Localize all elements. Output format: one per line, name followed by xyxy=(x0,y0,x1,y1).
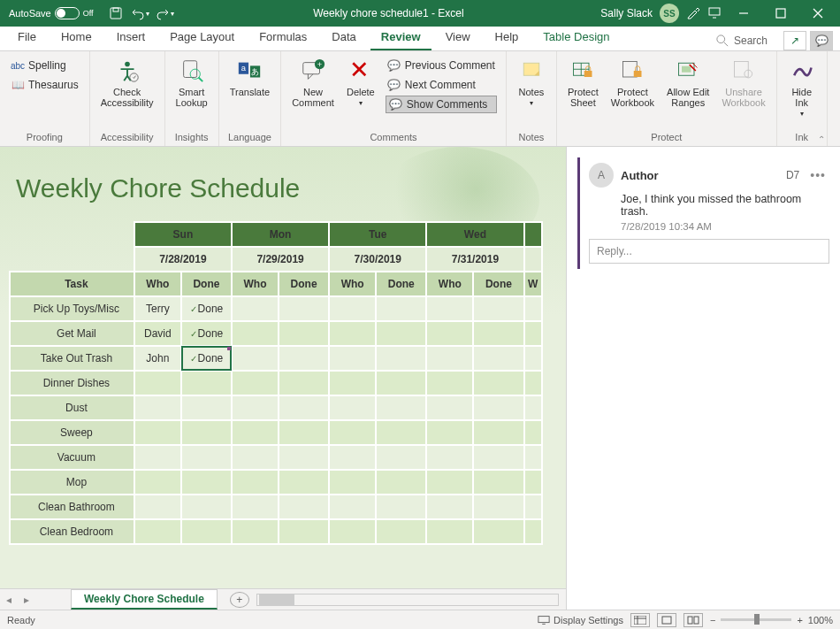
autosave-toggle[interactable]: AutoSave Off xyxy=(4,7,99,19)
who-cell[interactable] xyxy=(232,420,279,445)
page-break-view-button[interactable] xyxy=(683,613,703,627)
who-cell[interactable] xyxy=(232,346,279,371)
who-cell-partial[interactable] xyxy=(524,470,542,495)
who-cell[interactable] xyxy=(329,395,376,420)
who-cell[interactable] xyxy=(329,495,376,519)
task-name-cell[interactable]: Vacuum xyxy=(10,445,134,470)
spelling-button[interactable]: abcSpelling xyxy=(9,57,80,74)
smart-lookup-button[interactable]: Smart Lookup xyxy=(171,55,213,110)
who-cell[interactable] xyxy=(426,519,473,544)
who-cell-partial[interactable] xyxy=(524,296,542,321)
who-cell[interactable] xyxy=(232,445,279,470)
day-header[interactable]: Mon xyxy=(232,222,329,247)
tab-file[interactable]: File xyxy=(7,25,47,50)
done-cell[interactable] xyxy=(279,519,329,544)
done-header[interactable]: Done xyxy=(473,272,523,296)
who-cell[interactable] xyxy=(329,371,376,395)
who-cell[interactable] xyxy=(134,519,181,544)
done-cell[interactable] xyxy=(376,470,426,495)
tab-tabledesign[interactable]: Table Design xyxy=(532,25,620,50)
who-header[interactable]: Who xyxy=(232,272,279,296)
done-cell[interactable] xyxy=(473,395,523,420)
done-cell[interactable] xyxy=(279,420,329,445)
done-header[interactable]: Done xyxy=(181,272,232,296)
who-cell[interactable] xyxy=(232,519,279,544)
done-cell[interactable] xyxy=(473,519,523,544)
normal-view-button[interactable] xyxy=(630,613,650,627)
day-header[interactable]: Tue xyxy=(329,222,426,247)
done-cell[interactable] xyxy=(279,470,329,495)
who-cell[interactable] xyxy=(426,395,473,420)
notes-button[interactable]: Notes▾ xyxy=(512,55,551,109)
done-cell[interactable] xyxy=(279,321,329,346)
who-cell[interactable] xyxy=(232,296,279,321)
done-cell[interactable] xyxy=(181,445,232,470)
who-cell-partial[interactable] xyxy=(524,371,542,395)
hide-ink-button[interactable]: Hide Ink▾ xyxy=(783,55,821,119)
who-cell[interactable] xyxy=(134,395,181,420)
user-avatar[interactable]: SS xyxy=(660,4,679,23)
task-name-cell[interactable]: Get Mail xyxy=(10,321,134,346)
done-cell[interactable] xyxy=(376,371,426,395)
who-header-partial[interactable]: W xyxy=(524,272,542,296)
tab-insert[interactable]: Insert xyxy=(106,25,157,50)
task-name-cell[interactable]: Clean Bathroom xyxy=(10,495,134,519)
comment-thread[interactable]: A Author D7 ••• Joe, I think you missed … xyxy=(577,157,829,269)
share-button[interactable]: ↗ xyxy=(783,31,806,50)
who-cell-partial[interactable] xyxy=(524,395,542,420)
who-cell[interactable] xyxy=(329,296,376,321)
done-cell[interactable] xyxy=(473,445,523,470)
protect-sheet-button[interactable]: Protect Sheet xyxy=(562,55,604,110)
close-button[interactable] xyxy=(799,0,836,27)
done-cell[interactable] xyxy=(181,519,232,544)
done-header[interactable]: Done xyxy=(279,272,329,296)
save-button[interactable] xyxy=(104,3,127,24)
who-cell[interactable] xyxy=(426,470,473,495)
day-header[interactable]: Sun xyxy=(134,222,232,247)
worksheet[interactable]: Weekly Chore Schedule Sun Mon Tue Wed 7/… xyxy=(0,147,566,588)
who-cell[interactable] xyxy=(329,470,376,495)
done-cell[interactable] xyxy=(279,296,329,321)
minimize-button[interactable] xyxy=(725,0,762,27)
done-cell[interactable] xyxy=(473,346,523,371)
done-cell[interactable]: Done xyxy=(181,321,232,346)
done-cell[interactable] xyxy=(279,346,329,371)
tab-pagelayout[interactable]: Page Layout xyxy=(159,25,245,50)
next-comment-button[interactable]: 💬Next Comment xyxy=(386,76,497,94)
protect-workbook-button[interactable]: Protect Workbook xyxy=(606,55,660,110)
tab-review[interactable]: Review xyxy=(370,25,431,50)
task-name-cell[interactable]: Mop xyxy=(10,470,134,495)
comment-more-icon[interactable]: ••• xyxy=(806,168,829,182)
who-cell-partial[interactable] xyxy=(524,420,542,445)
done-cell[interactable] xyxy=(376,445,426,470)
who-cell-partial[interactable] xyxy=(524,321,542,346)
collapse-ribbon-icon[interactable]: ⌃ xyxy=(818,134,825,144)
display-settings-button[interactable]: Display Settings xyxy=(538,615,623,625)
new-comment-button[interactable]: + New Comment xyxy=(286,55,340,110)
who-cell[interactable]: John xyxy=(134,346,181,371)
done-cell[interactable] xyxy=(181,470,232,495)
who-cell[interactable] xyxy=(232,470,279,495)
tab-data[interactable]: Data xyxy=(321,25,366,50)
who-cell-partial[interactable] xyxy=(524,495,542,519)
done-cell[interactable] xyxy=(473,371,523,395)
sheet-nav-prev[interactable]: ◂ xyxy=(0,594,18,606)
zoom-out-button[interactable]: − xyxy=(710,615,715,625)
done-cell[interactable] xyxy=(279,445,329,470)
check-accessibility-button[interactable]: Check Accessibility xyxy=(95,55,159,110)
tab-home[interactable]: Home xyxy=(50,25,103,50)
done-cell[interactable] xyxy=(473,420,523,445)
done-cell[interactable] xyxy=(376,296,426,321)
who-cell[interactable] xyxy=(329,346,376,371)
who-cell[interactable] xyxy=(426,495,473,519)
coming-soon-icon[interactable] xyxy=(686,5,700,22)
who-cell[interactable] xyxy=(134,495,181,519)
previous-comment-button[interactable]: 💬Previous Comment xyxy=(386,57,497,74)
done-cell[interactable] xyxy=(376,420,426,445)
who-cell-partial[interactable] xyxy=(524,519,542,544)
allow-edit-ranges-button[interactable]: Allow Edit Ranges xyxy=(661,55,714,110)
horizontal-scrollbar[interactable] xyxy=(256,594,559,606)
who-cell[interactable] xyxy=(134,371,181,395)
delete-comment-button[interactable]: Delete▾ xyxy=(341,55,380,109)
zoom-in-button[interactable]: + xyxy=(797,615,802,625)
